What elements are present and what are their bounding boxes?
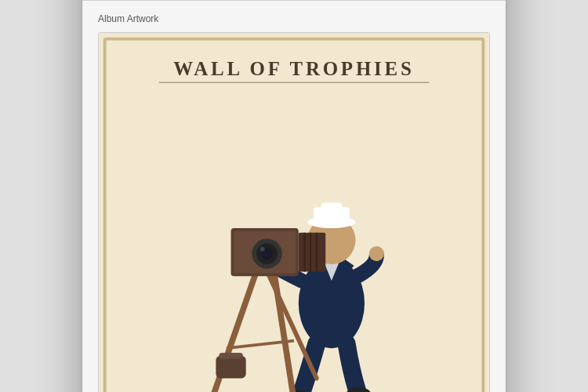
svg-point-38	[260, 247, 265, 252]
svg-rect-24	[321, 202, 342, 210]
svg-point-26	[369, 246, 384, 261]
dialog: WALL OF TROPHIES HELIOGRAPH	[82, 0, 506, 392]
svg-rect-39	[299, 233, 325, 272]
artwork-container: WALL OF TROPHIES	[98, 32, 490, 392]
svg-rect-44	[219, 353, 243, 359]
section-label: Album Artwork	[98, 13, 490, 24]
dialog-content: Album Artwork WALL OF TROPHIES	[82, 1, 506, 392]
svg-rect-43	[216, 356, 245, 379]
svg-text:WALL OF TROPHIES: WALL OF TROPHIES	[173, 58, 414, 79]
svg-rect-14	[99, 33, 489, 392]
